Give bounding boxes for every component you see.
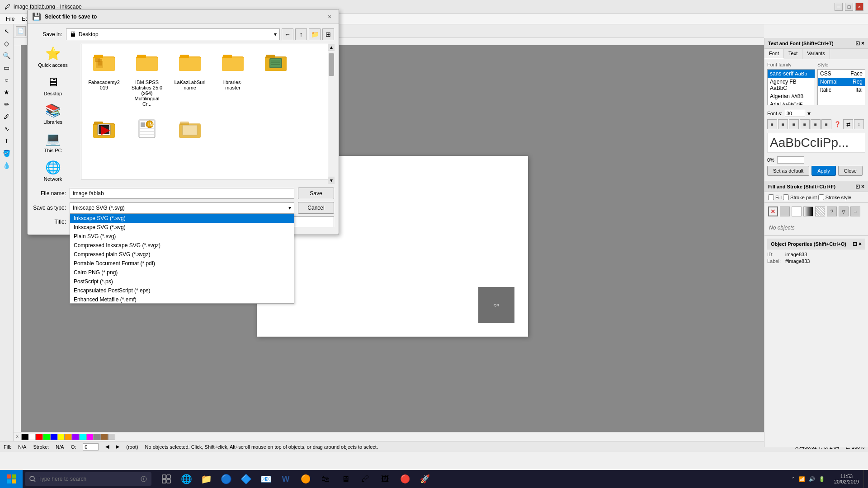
svg-rect-32 xyxy=(141,122,145,127)
sidebar-network[interactable]: 🌐 Network xyxy=(32,158,74,184)
file-name-label: File name: xyxy=(32,190,66,197)
dialog-titlebar: 💾 Select file to save to × xyxy=(28,9,339,24)
scroll-thumb[interactable] xyxy=(329,53,334,76)
list-item[interactable]: Fabacademy2019 xyxy=(86,49,122,109)
save-in-label: Save in: xyxy=(32,31,62,38)
file-name-input[interactable] xyxy=(70,188,294,199)
taskbar-icon-edge[interactable]: 🔵 xyxy=(218,471,234,487)
file-name-row: File name: Save xyxy=(32,188,334,199)
title-label: Title: xyxy=(32,219,66,225)
dropdown-item[interactable]: Compressed Inkscape SVG (*.svgz) xyxy=(70,241,294,250)
svg-rect-10 xyxy=(179,57,201,71)
taskbar-icon-shop[interactable]: 🛍 xyxy=(317,471,334,487)
desktop-label: Desktop xyxy=(44,91,62,96)
taskbar-icon-word[interactable]: W xyxy=(278,471,294,487)
taskbar-icon-ie[interactable]: 🔷 xyxy=(238,471,254,487)
save-as-type-select[interactable]: Inkscape SVG (*.svg) ▾ xyxy=(70,202,294,213)
dropdown-item[interactable]: Inkscape SVG (*.svg) xyxy=(70,214,294,223)
taskbar-icon-red[interactable]: 🔴 xyxy=(397,471,413,487)
show-desktop-button[interactable] xyxy=(863,470,868,488)
svg-rect-41 xyxy=(183,125,197,135)
taskbar-time[interactable]: 11:53 20/02/2019 xyxy=(830,474,863,484)
dialog-close-button[interactable]: × xyxy=(325,12,334,21)
svg-rect-45 xyxy=(12,479,16,483)
svg-rect-44 xyxy=(7,479,11,483)
file-grid: Fabacademy2019 IBM SPSS Statistics 25.0 … xyxy=(81,44,327,153)
nav-view-button[interactable]: ⊞ xyxy=(322,28,334,40)
list-item[interactable]: LaKazLabSuriname xyxy=(172,49,208,109)
dropdown-item[interactable]: Plain SVG (*.svg) xyxy=(70,232,294,241)
list-item[interactable] xyxy=(258,49,294,109)
save-in-row: Save in: 🖥 Desktop ▾ ← ↑ 📁 ⊞ xyxy=(32,28,334,40)
select-arrow-icon: ▾ xyxy=(288,205,291,211)
taskbar-icon-file[interactable]: 📁 xyxy=(198,471,214,487)
taskbar-icon-rdp[interactable]: 🖥 xyxy=(337,471,354,487)
taskbar-icon-browser[interactable]: 🌐 xyxy=(178,471,194,487)
list-item[interactable]: libraries-master xyxy=(215,49,251,109)
svg-rect-17 xyxy=(266,55,275,58)
date-display: 20/02/2019 xyxy=(834,479,859,484)
location-dropdown[interactable]: 🖥 Desktop ▾ xyxy=(66,28,280,40)
taskbar-icon-inkscape[interactable]: 🖊 xyxy=(357,471,373,487)
this-pc-label: This PC xyxy=(44,148,61,153)
file-name-spss: IBM SPSS Statistics 25.0 (x64) Multiling… xyxy=(131,80,163,107)
nav-up-button[interactable]: ↑ xyxy=(295,28,307,40)
tray-battery: 🔋 xyxy=(819,476,825,482)
taskbar-icon-mail[interactable]: 📧 xyxy=(258,471,274,487)
svg-rect-2 xyxy=(94,55,103,58)
nav-back-button[interactable]: ← xyxy=(282,28,293,40)
start-button[interactable] xyxy=(0,470,23,488)
dropdown-item[interactable]: Portable Document Format (*.pdf) xyxy=(70,259,294,268)
dropdown-item[interactable]: Compressed plain SVG (*.svgz) xyxy=(70,250,294,259)
dialog-title-icon: 💾 xyxy=(32,12,41,21)
save-button[interactable]: Save xyxy=(298,188,334,199)
dropdown-item[interactable]: PostScript (*.ps) xyxy=(70,277,294,286)
dialog-body: Save in: 🖥 Desktop ▾ ← ↑ 📁 ⊞ xyxy=(28,24,339,235)
cancel-button[interactable]: Cancel xyxy=(298,202,334,214)
nav-new-folder-button[interactable]: 📁 xyxy=(309,28,321,40)
sidebar-libraries[interactable]: 📚 Libraries xyxy=(32,101,74,127)
taskbar-search-box[interactable] xyxy=(25,472,151,486)
scroll-up-arrow[interactable]: ▲ xyxy=(328,44,335,51)
list-item[interactable] xyxy=(86,116,122,149)
quick-access-label: Quick access xyxy=(38,62,67,68)
file-scrollbar[interactable]: ▲ ▼ xyxy=(328,44,334,184)
file-area[interactable]: Fabacademy2019 IBM SPSS Statistics 25.0 … xyxy=(81,44,334,179)
sidebar-quick-access[interactable]: ⭐ Quick access xyxy=(32,44,74,70)
tray-expand[interactable]: ⌃ xyxy=(791,476,795,482)
tray-network[interactable]: 📶 xyxy=(799,476,805,482)
save-as-type-row: Save as type: Inkscape SVG (*.svg) ▾ Ink… xyxy=(32,202,334,214)
sidebar-desktop[interactable]: 🖥 Desktop xyxy=(32,72,74,99)
dropdown-item[interactable]: Cairo PNG (*.png) xyxy=(70,268,294,277)
sidebar-this-pc[interactable]: 💻 This PC xyxy=(32,129,74,155)
taskbar-icon-photos[interactable]: 🖼 xyxy=(377,471,393,487)
list-item[interactable]: IN xyxy=(129,116,165,149)
taskbar-icons: 🌐 📁 🔵 🔷 📧 W 🟠 🛍 🖥 🖊 🖼 🔴 🚀 xyxy=(154,471,787,487)
scroll-down-arrow[interactable]: ▼ xyxy=(328,177,335,184)
svg-rect-5 xyxy=(96,61,103,68)
save-as-type-wrapper: Inkscape SVG (*.svg) ▾ Inkscape SVG (*.s… xyxy=(70,202,294,213)
taskbar-icon-taskview[interactable] xyxy=(158,471,175,487)
folder-icon-5 xyxy=(265,51,287,78)
file-name-fabacademy: Fabacademy2019 xyxy=(88,80,120,90)
dropdown-item[interactable]: Encapsulated PostScript (*.eps) xyxy=(70,286,294,295)
network-label: Network xyxy=(44,176,62,182)
dialog-overlay: 💾 Select file to save to × Save in: 🖥 De… xyxy=(0,0,868,488)
list-item[interactable]: IBM SPSS Statistics 25.0 (x64) Multiling… xyxy=(129,49,165,109)
search-input[interactable] xyxy=(38,476,139,482)
tray-volume[interactable]: 🔊 xyxy=(809,476,815,482)
save-type-dropdown-list[interactable]: Inkscape SVG (*.svg) Inkscape SVG (*.svg… xyxy=(70,213,294,304)
dropdown-item[interactable]: Enhanced Metafile (*.emf) xyxy=(70,295,294,304)
svg-rect-51 xyxy=(167,475,170,479)
svg-rect-52 xyxy=(162,479,166,483)
taskbar-icon-rocket[interactable]: 🚀 xyxy=(417,471,433,487)
folder-icon-empty xyxy=(179,118,201,145)
svg-rect-14 xyxy=(223,55,232,58)
list-item[interactable] xyxy=(172,116,208,149)
quick-access-icon: ⭐ xyxy=(45,46,61,61)
dropdown-item[interactable]: Inkscape SVG (*.svg) xyxy=(70,223,294,232)
file-area-wrapper: Fabacademy2019 IBM SPSS Statistics 25.0 … xyxy=(81,44,334,184)
file-name-libraries: libraries-master xyxy=(217,80,249,90)
taskbar-icon-ubuntu[interactable]: 🟠 xyxy=(297,471,314,487)
save-as-type-label: Save as type: xyxy=(32,205,66,211)
